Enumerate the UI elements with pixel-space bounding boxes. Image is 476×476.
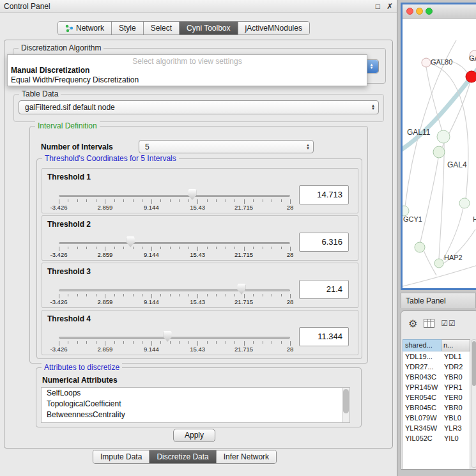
network-node[interactable] [466, 71, 476, 82]
table-row[interactable]: YDL19...YDL1 [403, 351, 470, 362]
node-table: shared... n... YDL19...YDL1YDR27...YDR2Y… [403, 339, 470, 470]
combobox-arrows-icon[interactable]: ▲▼ [371, 104, 375, 111]
threshold-value-field[interactable]: 14.713 [299, 185, 349, 204]
cell-name[interactable]: YBR0 [442, 403, 470, 413]
network-node[interactable] [422, 58, 431, 67]
network-canvas[interactable]: GAL80GAGAL11GAL4GCY1HHAP2 [403, 19, 476, 288]
cell-shared-name[interactable]: YIL052C [403, 433, 442, 443]
threshold-slider[interactable]: -3.4262.8599.14415.4321.71528 [59, 187, 290, 212]
close-window-icon[interactable]: ✗ [387, 2, 393, 11]
tab-select[interactable]: Select [144, 22, 180, 35]
network-node-label[interactable]: GAL4 [447, 160, 467, 169]
table-row[interactable]: YPR145WYPR1 [403, 382, 470, 392]
cell-name[interactable]: YDR2 [442, 362, 470, 372]
tab-network[interactable]: Network [58, 22, 112, 35]
tab-style[interactable]: Style [112, 22, 144, 35]
network-node-label[interactable]: H [473, 215, 476, 223]
slider-thumb[interactable] [164, 331, 172, 342]
slider-scale-label: 21.715 [234, 346, 253, 353]
cell-shared-name[interactable]: YER054C [403, 392, 442, 403]
float-window-icon[interactable]: □ [376, 2, 380, 11]
table-row[interactable]: YLR345WYLR3 [403, 423, 470, 433]
cell-shared-name[interactable]: YLR345W [403, 423, 442, 433]
attribute-list-item[interactable]: SelfLoops [42, 388, 349, 399]
attributes-listbox[interactable]: SelfLoopsTopologicalCoefficientBetweenne… [41, 387, 350, 423]
table-columns-icon[interactable] [424, 319, 434, 328]
cell-shared-name[interactable]: YDR27... [403, 362, 442, 372]
threshold-slider[interactable]: -3.4262.8599.14415.4321.71528 [59, 281, 290, 307]
close-traffic-icon[interactable] [406, 8, 413, 15]
threshold-value-field[interactable]: 6.316 [299, 233, 349, 252]
slider-scale-label: -3.426 [50, 298, 68, 305]
dropdown-option[interactable]: Equal Width/Frequency Discretization [8, 75, 367, 85]
threshold-slider[interactable]: -3.4262.8599.14415.4321.71528 [59, 328, 290, 354]
slider-thumb[interactable] [237, 284, 245, 295]
minimize-traffic-icon[interactable] [416, 8, 423, 15]
tab-discretize-data[interactable]: Discretize Data [150, 450, 216, 463]
network-node[interactable] [459, 198, 470, 208]
tab-impute-data[interactable]: Impute Data [93, 450, 150, 463]
table-scroll-thumb[interactable] [472, 341, 476, 386]
table-data-combobox[interactable]: galFiltered.sif default node ▲▼ [19, 100, 379, 114]
cell-name[interactable]: YER0 [442, 392, 470, 403]
select-columns-checkbox-icons[interactable]: ☑☑ [441, 319, 456, 328]
network-node-label[interactable]: GAL80 [431, 58, 452, 66]
network-node-label[interactable]: HAP2 [444, 254, 463, 261]
cell-name[interactable]: YIL0 [442, 433, 470, 443]
cell-shared-name[interactable]: YPR145W [403, 382, 442, 392]
column-header-name[interactable]: n... [441, 339, 470, 351]
cell-shared-name[interactable]: YBL079W [403, 413, 442, 423]
zoom-traffic-icon[interactable] [426, 8, 433, 15]
table-row[interactable]: YIL052CYIL0 [403, 433, 470, 443]
slider-track[interactable] [59, 242, 290, 244]
table-scrollbar[interactable] [471, 339, 476, 468]
attributes-scroll-thumb[interactable] [343, 389, 349, 413]
network-node[interactable] [403, 206, 409, 216]
slider-thumb[interactable] [188, 189, 196, 200]
cell-name[interactable]: YDL1 [442, 351, 470, 362]
dropdown-placeholder: Select algorithm to view settings [8, 57, 367, 66]
table-row[interactable]: YBR045CYBR0 [403, 403, 470, 413]
network-node-label[interactable]: GA [469, 54, 476, 62]
slider-track[interactable] [59, 337, 290, 339]
combobox-arrows-icon[interactable]: ▲▼ [306, 144, 310, 150]
apply-button[interactable]: Apply [173, 429, 215, 442]
slider-track[interactable] [59, 195, 290, 197]
slider-thumb[interactable] [127, 236, 135, 247]
network-node[interactable] [434, 259, 443, 268]
algorithm-dropdown-list: Select algorithm to view settings Manual… [7, 54, 367, 86]
cell-shared-name[interactable]: YDL19... [403, 351, 442, 362]
network-node-label[interactable]: GCY1 [403, 215, 422, 223]
threshold-slider[interactable]: -3.4262.8599.14415.4321.71528 [59, 234, 290, 259]
attribute-list-item[interactable]: TopologicalCoefficient [42, 399, 349, 410]
tab-jactivemnodules[interactable]: jActiveMNodules [238, 22, 309, 35]
table-panel-header[interactable]: Table Panel [401, 293, 476, 308]
network-node[interactable] [433, 146, 445, 158]
cell-name[interactable]: YBR0 [442, 372, 470, 382]
table-row[interactable]: YER054CYER0 [403, 392, 470, 403]
dropdown-option[interactable]: Manual Discretization [8, 66, 367, 75]
slider-track[interactable] [59, 289, 290, 291]
cell-name[interactable]: YBL0 [442, 413, 470, 423]
cell-shared-name[interactable]: YBR043C [403, 372, 442, 382]
column-header-shared-name[interactable]: shared... [403, 339, 441, 351]
table-row[interactable]: YDR27...YDR2 [403, 362, 470, 372]
attribute-list-item[interactable]: BetweennessCentrality [42, 410, 349, 420]
tab-label: jActiveMNodules [245, 24, 302, 33]
tab-infer-network[interactable]: Infer Network [217, 450, 276, 463]
cell-name[interactable]: YPR1 [442, 382, 470, 392]
network-node-label[interactable]: GAL11 [407, 128, 430, 137]
network-node[interactable] [437, 130, 450, 143]
num-intervals-combobox[interactable]: 5 ▲▼ [139, 140, 314, 153]
table-row[interactable]: YBL079WYBL0 [403, 413, 470, 423]
threshold-value-field[interactable]: 21.4 [299, 280, 349, 299]
tab-cyni-toolbox[interactable]: Cyni Toolbox [180, 22, 238, 35]
attributes-scrollbar[interactable] [342, 388, 349, 422]
network-node[interactable] [415, 242, 425, 252]
threshold-value-field[interactable]: 11.344 [299, 327, 349, 346]
cell-name[interactable]: YLR3 [442, 423, 470, 433]
cell-shared-name[interactable]: YBR045C [403, 403, 442, 413]
gear-icon[interactable]: ⚙ [408, 318, 417, 330]
table-row[interactable]: YBR043CYBR0 [403, 372, 470, 382]
tab-label: Cyni Toolbox [187, 24, 230, 33]
